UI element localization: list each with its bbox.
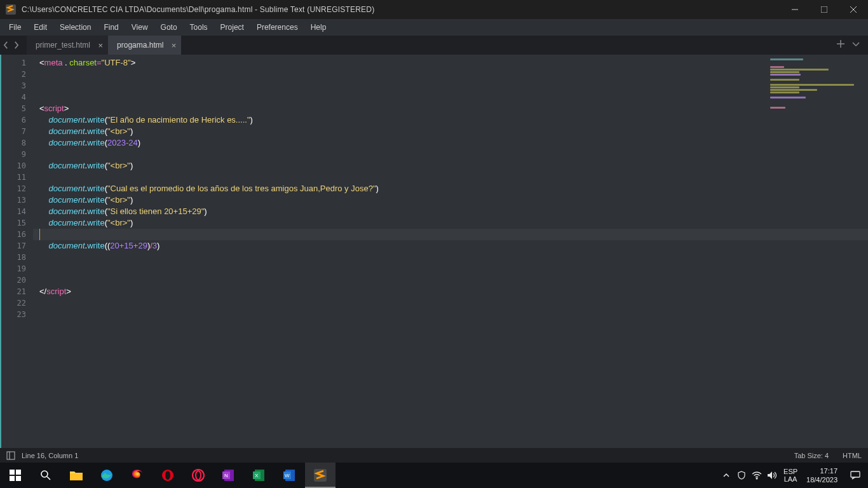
tray-wifi-icon[interactable] <box>749 463 764 488</box>
taskbar-edge-icon[interactable] <box>92 463 122 488</box>
tab-close-icon[interactable]: × <box>172 41 177 50</box>
menu-selection[interactable]: Selection <box>53 20 97 34</box>
minimap[interactable] <box>770 58 865 103</box>
active-line-highlight <box>33 229 868 240</box>
code-area[interactable]: <meta . charset="UTF-8"> <script> docume… <box>33 55 868 448</box>
window-close-button[interactable] <box>839 0 868 19</box>
tab-progama[interactable]: progama.html × <box>108 36 181 55</box>
taskbar-explorer-icon[interactable] <box>61 463 92 488</box>
system-tray: ESP LAA 17:17 18/4/2023 <box>719 463 868 488</box>
svg-point-20 <box>196 471 201 480</box>
taskbar-onenote-icon[interactable]: N <box>214 463 244 488</box>
start-button[interactable] <box>0 463 31 488</box>
tray-overflow-icon[interactable] <box>719 463 734 488</box>
tab-dropdown-button[interactable] <box>851 39 860 51</box>
tray-time: 17:17 <box>806 466 837 475</box>
svg-rect-10 <box>16 470 21 475</box>
tab-close-icon[interactable]: × <box>98 41 103 50</box>
menu-help[interactable]: Help <box>304 20 333 34</box>
tray-volume-icon[interactable] <box>764 463 780 488</box>
panel-switcher-icon[interactable] <box>6 451 15 460</box>
text-cursor <box>39 229 40 240</box>
status-syntax[interactable]: HTML <box>843 452 862 459</box>
taskbar-excel-icon[interactable]: X <box>244 463 275 488</box>
titlebar: C:\Users\CONCRELTEC CIA LTDA\Documents\D… <box>0 0 868 19</box>
menu-project[interactable]: Project <box>214 20 250 34</box>
status-tab-size[interactable]: Tab Size: 4 <box>794 452 829 459</box>
svg-text:W: W <box>285 473 290 478</box>
tab-label: progama.html <box>117 41 163 50</box>
menu-tools[interactable]: Tools <box>184 20 214 34</box>
menu-edit[interactable]: Edit <box>27 20 53 34</box>
tray-security-icon[interactable] <box>734 463 749 488</box>
svg-line-14 <box>47 477 50 480</box>
statusbar: Line 16, Column 1 Tab Size: 4 HTML <box>0 448 868 463</box>
taskbar-opera-icon[interactable] <box>153 463 183 488</box>
new-tab-button[interactable] <box>836 39 845 51</box>
tray-keyboard-sublayout[interactable]: LAA <box>783 475 797 483</box>
svg-point-13 <box>41 471 48 477</box>
taskbar-word-icon[interactable]: W <box>275 463 305 488</box>
windows-taskbar: N X W ESP LAA 17:17 18/4/2023 <box>0 463 868 488</box>
svg-rect-11 <box>10 476 15 481</box>
sublime-logo-icon <box>4 3 18 17</box>
svg-rect-2 <box>821 6 827 13</box>
code-line: <meta . charset="UTF-8"> <box>39 57 868 69</box>
svg-rect-12 <box>16 476 21 481</box>
menu-view[interactable]: View <box>125 20 154 34</box>
status-cursor-position[interactable]: Line 16, Column 1 <box>22 452 78 459</box>
svg-rect-7 <box>7 452 15 459</box>
menu-find[interactable]: Find <box>97 20 125 34</box>
svg-rect-9 <box>10 470 15 475</box>
svg-point-31 <box>756 478 757 479</box>
code-editor[interactable]: 12345 678910 1112131415 1617181920 21222… <box>0 55 868 448</box>
tab-label: primer_test.html <box>36 41 90 50</box>
line-number-gutter: 12345 678910 1112131415 1617181920 21222… <box>0 55 33 448</box>
svg-text:N: N <box>224 473 228 478</box>
tray-keyboard-layout[interactable]: ESP <box>783 468 797 475</box>
tray-clock[interactable]: 17:17 18/4/2023 <box>801 466 843 484</box>
tray-date: 18/4/2023 <box>806 475 837 484</box>
svg-point-18 <box>165 471 170 480</box>
tab-bar: primer_test.html × progama.html × <box>0 36 868 55</box>
window-minimize-button[interactable] <box>780 0 810 19</box>
tab-primer-test[interactable]: primer_test.html × <box>27 36 108 55</box>
window-maximize-button[interactable] <box>810 0 839 19</box>
svg-rect-15 <box>70 473 83 480</box>
menubar: File Edit Selection Find View Goto Tools… <box>0 19 868 36</box>
menu-goto[interactable]: Goto <box>154 20 184 34</box>
svg-text:X: X <box>255 473 259 478</box>
tab-history-nav[interactable] <box>0 36 27 55</box>
menu-preferences[interactable]: Preferences <box>250 20 304 34</box>
tray-action-center-icon[interactable] <box>843 463 868 488</box>
window-title: C:\Users\CONCRELTEC CIA LTDA\Documents\D… <box>20 5 780 14</box>
svg-rect-32 <box>851 471 860 477</box>
search-button[interactable] <box>31 463 61 488</box>
taskbar-operagx-icon[interactable] <box>183 463 214 488</box>
taskbar-firefox-icon[interactable] <box>122 463 153 488</box>
menu-file[interactable]: File <box>3 20 27 34</box>
taskbar-sublime-icon[interactable] <box>305 463 336 488</box>
